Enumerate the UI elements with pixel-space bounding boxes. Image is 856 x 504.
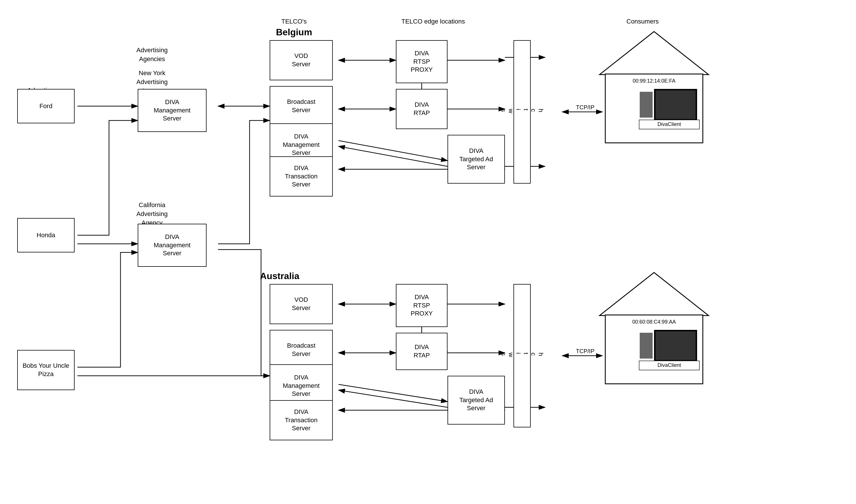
svg-line-12 xyxy=(339,146,447,166)
ca-agency-label: California Advertising Agency xyxy=(123,201,181,227)
belgium-broadcast-box: Broadcast Server xyxy=(270,86,333,126)
belgium-vod-box: VOD Server xyxy=(270,40,333,80)
australia-targeted-ad-box: DIVA Targeted Ad Server xyxy=(447,376,505,425)
ford-box: Ford xyxy=(17,89,75,123)
belgium-rtsp-box: DIVA RTSP PROXY xyxy=(396,40,447,83)
svg-marker-34 xyxy=(600,272,709,316)
agencies-label: Advertising Agencies xyxy=(123,46,181,64)
svg-text:DivaClient: DivaClient xyxy=(658,362,681,368)
telcos-label: TELCO's xyxy=(244,17,344,26)
svg-rect-30 xyxy=(656,90,696,119)
diagram: Advertisers Ford Honda Bobs Your Uncle P… xyxy=(0,0,856,504)
honda-box: Honda xyxy=(17,218,75,252)
belgium-label: Belgium xyxy=(244,26,344,39)
svg-rect-39 xyxy=(640,333,653,359)
svg-rect-31 xyxy=(640,92,653,118)
consumer-house-bottom: 00:60:08:C4:99:AA DivaClient xyxy=(597,270,711,384)
australia-rtsp-box: DIVA RTSP PROXY xyxy=(396,284,447,327)
diva-mgmt-ny-box: DIVA Management Server xyxy=(138,89,207,132)
consumers-label: Consumers xyxy=(602,17,683,26)
belgium-rtap-box: DIVA RTAP xyxy=(396,89,447,129)
australia-transaction-box: DIVA Transaction Server xyxy=(270,400,333,440)
diva-mgmt-ca-box: DIVA Management Server xyxy=(138,224,207,267)
svg-marker-26 xyxy=(600,32,709,75)
svg-text:00:60:08:C4:99:AA: 00:60:08:C4:99:AA xyxy=(632,319,676,325)
australia-label: Australia xyxy=(244,270,316,283)
svg-line-11 xyxy=(339,141,447,161)
bobs-box: Bobs Your Uncle Pizza xyxy=(17,350,75,390)
svg-text:00:99:12:14:0E:FA: 00:99:12:14:0E:FA xyxy=(632,78,675,84)
tcp-ip-label-top: TCP/IP xyxy=(568,103,602,111)
belgium-targeted-ad-box: DIVA Targeted Ad Server xyxy=(447,135,505,184)
australia-broadcast-box: Broadcast Server xyxy=(270,330,333,370)
australia-vod-box: VOD Server xyxy=(270,284,333,324)
svg-line-21 xyxy=(339,390,447,407)
svg-rect-38 xyxy=(656,331,696,360)
consumer-house-top: 00:99:12:14:0E:FA DivaClient xyxy=(597,29,711,143)
australia-switch: s w i t c h xyxy=(514,284,531,427)
australia-rtap-box: DIVA RTAP xyxy=(396,333,447,370)
telco-edge-label: TELCO edge locations xyxy=(390,17,476,26)
tcp-ip-label-bottom: TCP/IP xyxy=(568,347,602,355)
belgium-transaction-box: DIVA Transaction Server xyxy=(270,156,333,197)
svg-line-20 xyxy=(339,384,447,401)
belgium-switch: s w i t c h xyxy=(514,40,531,184)
svg-text:DivaClient: DivaClient xyxy=(658,121,681,127)
